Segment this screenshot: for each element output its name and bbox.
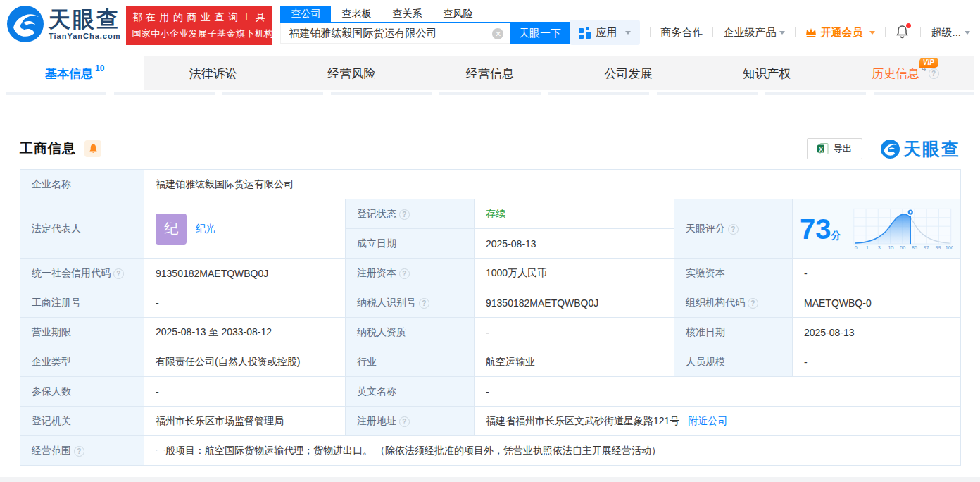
tab-label: 法律诉讼 [189,66,237,82]
svg-text:X: X [819,146,823,153]
search-tab-company[interactable]: 查公司 [280,6,331,22]
tab-label: 经营信息 [466,66,514,82]
svg-text:99: 99 [935,245,941,250]
help-icon[interactable]: ? [399,209,410,220]
tab-history-info[interactable]: VIP 历史信息 4 ? [836,56,974,90]
subscribe-bell-button[interactable] [84,140,101,157]
help-icon[interactable]: ? [748,298,758,309]
apps-menu-button[interactable]: 应用 [570,20,640,45]
table-row: 企业名称 福建铂雅纮毅国际货运有限公司 [20,170,961,199]
page-bottom-strip [0,477,980,482]
search-tab-boss[interactable]: 查老板 [331,6,382,22]
watermark-text: 天眼查 [903,137,960,161]
taxpayer-id-label: 纳税人识别号 ? [346,288,475,318]
help-icon[interactable]: ? [419,298,429,309]
staff-size-label: 人员规模 [674,347,793,377]
svg-text:3: 3 [877,245,880,250]
legal-rep-label: 法定代表人 [20,199,144,259]
score-value: 73 [800,214,831,245]
main-content: 工商信息 X 导出 天眼查 [0,137,980,466]
search-tabs: 查公司 查老板 查关系 查风险 [280,6,570,22]
tab-operating-info[interactable]: 经营信息 [421,56,560,90]
legal-rep-link[interactable]: 纪光 [196,223,215,235]
insured-value: - [144,377,346,407]
insured-label: 参保人数 [20,377,144,407]
score-unit: 分 [831,230,841,241]
taxpayer-quality-value: - [475,318,674,347]
paid-capital-label: 实缴资本 [674,259,793,288]
enterprise-products-label: 企业级产品 [723,26,776,39]
paid-capital-value: - [793,259,961,288]
help-icon[interactable]: ? [399,416,410,427]
reg-address-label: 注册地址 ? [346,407,475,436]
logo-brand-text: 天眼查 [49,8,120,30]
search-input[interactable] [280,23,510,44]
reg-status-value: 存续 [475,199,674,229]
divider [795,27,796,37]
promo-banner: 都在用的商业查询工具 国家中小企业发展子基金旗下机构 [126,6,272,45]
reg-number-label: 工商注册号 [20,288,144,318]
tianyancha-logo-icon [7,6,44,42]
table-row: 统一社会信用代码 ? 91350182MAETQWBQ0J 注册资本 ? 100… [20,259,961,288]
org-code-value: MAETQWBQ-0 [793,288,961,318]
legal-rep-avatar[interactable]: 纪 [156,214,187,245]
nearby-companies-link[interactable]: 附近公司 [688,415,727,426]
staff-size-value: - [793,347,961,377]
tab-label: 公司发展 [605,66,653,82]
menu-business-coop[interactable]: 商务合作 [660,26,703,39]
tab-legal-proceedings[interactable]: 法律诉讼 [144,56,283,90]
score-cell: 73分 [793,199,961,259]
legal-rep-cell: 纪 纪光 [144,199,346,259]
table-row: 登记机关 福州市长乐区市场监督管理局 注册地址 ? 福建省福州市长乐区文武砂街道… [20,407,961,436]
svg-text:100: 100 [945,245,953,250]
tab-basic-info[interactable]: 基本信息 10 [6,56,144,90]
search-tab-relation[interactable]: 查关系 [382,6,432,22]
search-tab-risk[interactable]: 查风险 [432,6,483,22]
svg-text:0: 0 [854,245,857,250]
help-icon[interactable]: ? [113,268,124,279]
business-scope-label: 经营范围 ? [20,436,144,466]
help-icon[interactable]: ? [728,224,739,235]
search-button[interactable]: 天眼一下 [510,23,570,44]
reg-authority-value: 福州市长乐区市场监督管理局 [144,407,346,436]
svg-text:50: 50 [900,245,905,250]
vip-badge: VIP [919,58,938,68]
chevron-down-icon [779,31,785,35]
taxpayer-id-value: 91350182MAETQWBQ0J [475,288,674,318]
tab-label: 知识产权 [743,66,791,82]
apps-grid-icon [579,27,591,39]
approval-date-label: 核准日期 [674,318,793,347]
tab-intellectual-property[interactable]: 知识产权 [698,56,836,90]
divider [920,27,921,37]
svg-text:85: 85 [911,245,917,250]
org-code-label: 组织机构代码 ? [674,288,793,318]
export-button[interactable]: X 导出 [807,138,862,159]
table-row: 参保人数 - 英文名称 - [20,377,961,407]
table-row: 经营范围 ? 一般项目：航空国际货物运输代理；货物进出口。 （除依法须经批准的项… [20,436,961,466]
chevron-down-icon [625,31,631,35]
chevron-down-icon [965,31,970,35]
divider [712,27,713,37]
promo-line-2: 国家中小企业发展子基金旗下机构 [132,27,267,40]
menu-join-vip[interactable]: 开通会员 [805,26,875,39]
tab-label: 历史信息 [872,66,919,82]
notifications-bell-icon[interactable] [896,25,909,41]
menu-super-vip[interactable]: 超级... [931,26,970,39]
divider [650,27,651,37]
tab-operating-risk[interactable]: 经营风险 [282,56,421,90]
tianyancha-watermark-icon [881,140,900,159]
address-text: 福建省福州市长乐区文武砂街道星象路121号 [486,415,679,426]
reg-authority-label: 登记机关 [20,407,144,436]
tab-label: 基本信息 [45,66,93,82]
tab-company-development[interactable]: 公司发展 [559,56,698,90]
tianyancha-logo[interactable]: 天眼查 TianYanCha.com [7,6,120,42]
business-term-label: 营业期限 [20,318,144,347]
menu-enterprise-products[interactable]: 企业级产品 [723,26,785,39]
uscc-value: 91350182MAETQWBQ0J [144,259,346,288]
svg-text:15: 15 [888,245,893,250]
help-icon[interactable]: ? [399,268,410,279]
reg-capital-value: 1000万人民币 [475,259,674,288]
help-icon[interactable]: ? [929,68,939,79]
help-icon[interactable]: ? [74,446,84,457]
industry-label: 行业 [346,347,475,377]
